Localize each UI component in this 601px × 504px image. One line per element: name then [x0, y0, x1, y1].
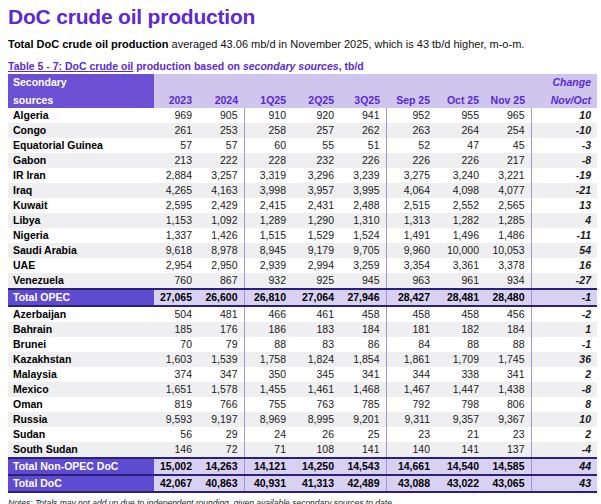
value-cell: 27,064: [292, 289, 340, 306]
value-cell: 1,455: [244, 382, 292, 397]
value-cell: 934: [485, 273, 531, 289]
value-cell: 941: [340, 108, 386, 123]
total-row: Total Non-OPEC DoC15,00214,26314,12114,2…: [8, 458, 597, 475]
value-cell: 1,426: [198, 228, 244, 243]
value-cell: 1,745: [485, 352, 531, 367]
value-cell: 83: [292, 337, 340, 352]
value-cell: 1,861: [386, 352, 436, 367]
value-cell: 961: [436, 273, 485, 289]
value-cell: 952: [386, 108, 436, 123]
value-cell: 1,337: [154, 228, 198, 243]
header-col-2024: 2024: [198, 74, 244, 108]
table-caption: Table 5 - 7: DoC crude oil production ba…: [8, 60, 595, 72]
value-cell: 257: [292, 123, 340, 138]
value-cell: 3,378: [485, 258, 531, 273]
change-cell: -27: [531, 273, 597, 289]
value-cell: 146: [154, 442, 198, 458]
change-cell: 2: [531, 367, 597, 382]
value-cell: 183: [292, 322, 340, 337]
value-cell: 965: [485, 108, 531, 123]
value-cell: 60: [244, 138, 292, 153]
table-row: Nigeria1,3371,4261,5151,5291,5241,4911,4…: [8, 228, 597, 243]
value-cell: 1,491: [386, 228, 436, 243]
value-cell: 14,543: [340, 458, 386, 475]
row-label: Libya: [8, 213, 154, 228]
value-cell: 925: [292, 273, 340, 289]
value-cell: 9,960: [386, 243, 436, 258]
table-caption-mid: production based on: [133, 60, 243, 72]
value-cell: 23: [485, 427, 531, 442]
value-cell: 347: [198, 367, 244, 382]
header-col-1q25: 1Q25: [244, 74, 292, 108]
value-cell: 55: [292, 138, 340, 153]
value-cell: 3,998: [244, 183, 292, 198]
value-cell: 341: [485, 367, 531, 382]
value-cell: 14,121: [244, 458, 292, 475]
value-cell: 14,263: [198, 458, 244, 475]
value-cell: 760: [154, 273, 198, 289]
value-cell: 3,361: [436, 258, 485, 273]
row-label: Congo: [8, 123, 154, 138]
value-cell: 3,257: [198, 168, 244, 183]
value-cell: 51: [340, 138, 386, 153]
value-cell: 232: [292, 153, 340, 168]
notes-text: Notes: Totals may not add up due to inde…: [8, 498, 595, 504]
row-label: Nigeria: [8, 228, 154, 243]
value-cell: 3,995: [340, 183, 386, 198]
value-cell: 1,285: [485, 213, 531, 228]
value-cell: 3,354: [386, 258, 436, 273]
value-cell: 955: [436, 108, 485, 123]
table-row: Gabon213222228232226226226217-8: [8, 153, 597, 168]
value-cell: 9,618: [154, 243, 198, 258]
value-cell: 2,884: [154, 168, 198, 183]
row-label: Saudi Arabia: [8, 243, 154, 258]
value-cell: 1,486: [485, 228, 531, 243]
total-row: Total OPEC27,06526,60026,81027,06427,946…: [8, 289, 597, 306]
table-header: Secondary sources 2023 2024 1Q25 2Q25 3Q…: [8, 74, 597, 108]
table-row: Oman8197667557637857927988068: [8, 397, 597, 412]
change-cell: 36: [531, 352, 597, 367]
change-cell: -2: [531, 306, 597, 322]
value-cell: 2,950: [198, 258, 244, 273]
value-cell: 785: [340, 397, 386, 412]
header-secondary-line2: sources: [13, 94, 152, 106]
value-cell: 2,595: [154, 198, 198, 213]
value-cell: 56: [154, 427, 198, 442]
value-cell: 88: [436, 337, 485, 352]
table-row: Libya1,1531,0921,2891,2901,3101,3131,282…: [8, 213, 597, 228]
table-caption-link[interactable]: Table 5 - 7: DoC crude oil: [8, 60, 133, 72]
value-cell: 4,163: [198, 183, 244, 198]
value-cell: 8,945: [244, 243, 292, 258]
value-cell: 40,863: [198, 475, 244, 492]
row-label: Oman: [8, 397, 154, 412]
value-cell: 338: [436, 367, 485, 382]
value-cell: 263: [386, 123, 436, 138]
intro-text: Total DoC crude oil production averaged …: [8, 38, 595, 50]
header-secondary-sources: Secondary sources: [8, 74, 154, 108]
value-cell: 905: [198, 108, 244, 123]
change-cell: 10: [531, 412, 597, 427]
value-cell: 910: [244, 108, 292, 123]
value-cell: 763: [292, 397, 340, 412]
change-cell: 13: [531, 198, 597, 213]
value-cell: 141: [340, 442, 386, 458]
header-col-2q25: 2Q25: [292, 74, 340, 108]
value-cell: 186: [244, 322, 292, 337]
intro-bold-lead: Total DoC crude oil production: [8, 38, 169, 50]
header-col-change: Change Nov/Oct: [531, 74, 597, 108]
value-cell: 26: [292, 427, 340, 442]
value-cell: 41,313: [292, 475, 340, 492]
value-cell: 26,810: [244, 289, 292, 306]
row-label: South Sudan: [8, 442, 154, 458]
value-cell: 15,002: [154, 458, 198, 475]
value-cell: 3,296: [292, 168, 340, 183]
value-cell: 3,221: [485, 168, 531, 183]
table-row: Algeria96990591092094195295596510: [8, 108, 597, 123]
value-cell: 185: [154, 322, 198, 337]
value-cell: 920: [292, 108, 340, 123]
value-cell: 2,939: [244, 258, 292, 273]
value-cell: 1,461: [292, 382, 340, 397]
value-cell: 9,705: [340, 243, 386, 258]
value-cell: 79: [198, 337, 244, 352]
value-cell: 43,088: [386, 475, 436, 492]
